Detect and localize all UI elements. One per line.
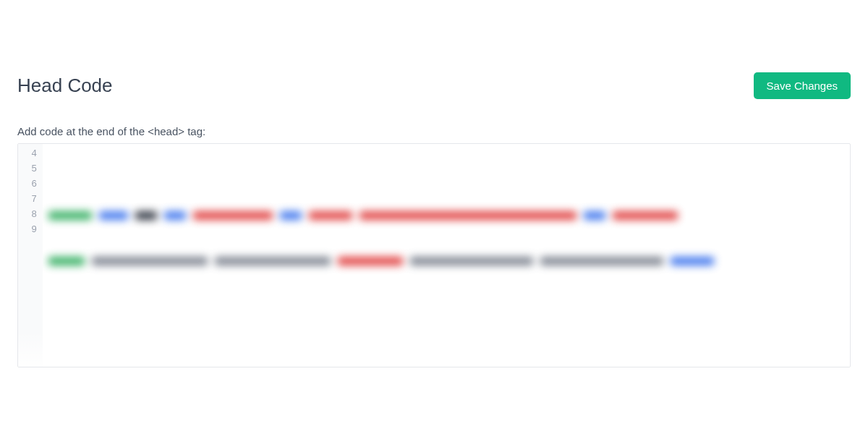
code-area[interactable]: <script defer src="https://unpkg.com/@ti… (43, 144, 850, 367)
header-row: Head Code Save Changes (17, 72, 851, 99)
obscured-code-line (48, 208, 844, 223)
obscured-code-line (48, 253, 844, 268)
line-number: 4 (22, 147, 37, 162)
save-changes-button[interactable]: Save Changes (754, 72, 851, 99)
line-number: 6 (22, 177, 37, 192)
code-line-blank (48, 329, 844, 344)
line-number: 5 (22, 162, 37, 177)
page-title: Head Code (17, 75, 113, 97)
line-number: 7 (22, 192, 37, 208)
instruction-label: Add code at the end of the <head> tag: (17, 125, 851, 137)
line-number-gutter: 456789 (18, 144, 43, 367)
line-number: 9 (22, 223, 37, 238)
line-number: 8 (22, 208, 37, 223)
code-editor[interactable]: 456789 <script defer src="https (17, 143, 851, 367)
